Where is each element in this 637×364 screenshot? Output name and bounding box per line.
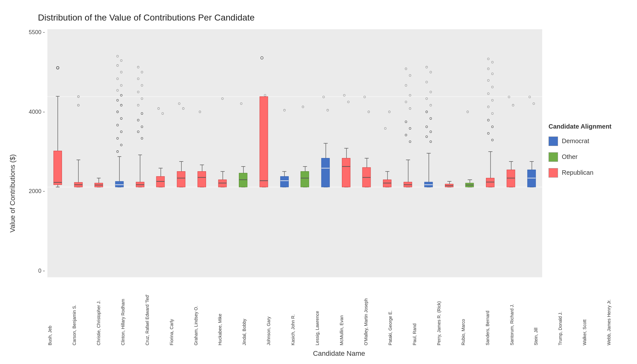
y-axis-label: Value of Contributions ($) <box>6 29 19 358</box>
svg-point-56 <box>141 137 143 139</box>
svg-point-63 <box>162 112 164 114</box>
svg-point-212 <box>533 103 535 105</box>
legend-item-republican: Republican <box>549 168 624 178</box>
svg-point-39 <box>117 151 118 153</box>
x-axis-label: Candidate Name <box>22 349 631 358</box>
x-label-item: Jindal, Bobby <box>242 277 266 347</box>
svg-point-76 <box>199 111 201 113</box>
svg-point-55 <box>137 131 139 133</box>
svg-point-102 <box>283 109 285 111</box>
svg-point-94 <box>261 57 263 59</box>
x-label-item: Clinton, Hillary Rodham <box>120 277 145 347</box>
svg-point-52 <box>141 112 143 114</box>
svg-point-36 <box>120 131 122 133</box>
svg-point-62 <box>158 107 160 109</box>
svg-point-121 <box>343 94 345 96</box>
svg-rect-112 <box>301 172 309 187</box>
x-label-item: Pataki, George E. <box>388 277 412 347</box>
legend-box-republican <box>549 168 558 178</box>
svg-point-27 <box>117 78 118 80</box>
svg-point-30 <box>120 94 122 96</box>
svg-point-32 <box>120 104 122 106</box>
legend-title: Candidate Alignment <box>549 123 624 130</box>
svg-point-195 <box>488 119 489 121</box>
boxplot-svg <box>47 29 542 277</box>
x-label-item: Webb, James Henry Jr. <box>606 277 631 347</box>
x-label-item: Paul, Rand <box>412 277 436 347</box>
y-tick-2000: 2000 - <box>29 188 45 195</box>
chart-title: Distribution of the Value of Contributio… <box>38 13 631 23</box>
svg-point-50 <box>141 98 143 100</box>
svg-point-69 <box>178 103 180 105</box>
svg-point-114 <box>323 96 325 98</box>
svg-point-129 <box>368 111 370 113</box>
svg-point-34 <box>120 118 122 119</box>
svg-point-48 <box>141 84 143 86</box>
x-labels-area: Bush, JebCarson, Benjamin S.Christie, Ch… <box>22 277 631 347</box>
svg-rect-202 <box>486 178 494 187</box>
y-axis: 5500 - 4000 - 2000 - 0 - <box>22 29 47 277</box>
svg-point-187 <box>488 68 489 70</box>
svg-point-115 <box>327 109 329 111</box>
svg-rect-126 <box>342 158 350 187</box>
svg-point-35 <box>117 124 118 126</box>
y-tick-4000: 4000 - <box>29 109 45 115</box>
y-tick-0: 0 - <box>38 268 45 274</box>
svg-point-164 <box>430 118 432 119</box>
svg-point-159 <box>426 81 428 83</box>
svg-rect-9 <box>54 151 62 185</box>
svg-point-205 <box>512 104 514 106</box>
svg-point-166 <box>430 131 432 133</box>
svg-point-128 <box>364 96 366 98</box>
x-label-item: O'Malley, Martin Joseph <box>363 277 388 347</box>
x-label-item: Walker, Scott <box>582 277 606 347</box>
svg-point-31 <box>117 99 118 101</box>
svg-point-136 <box>388 111 390 113</box>
svg-rect-80 <box>198 172 206 187</box>
svg-point-28 <box>120 84 122 86</box>
svg-point-51 <box>137 104 139 106</box>
svg-point-150 <box>405 134 407 136</box>
svg-point-53 <box>137 119 139 121</box>
svg-point-149 <box>409 127 411 129</box>
svg-point-157 <box>426 66 428 68</box>
legend-label-other: Other <box>562 153 578 161</box>
svg-point-108 <box>302 106 304 108</box>
x-label-item: Bush, Jeb <box>47 277 72 347</box>
svg-point-70 <box>182 107 184 109</box>
svg-point-160 <box>430 91 432 93</box>
svg-point-5 <box>57 66 59 69</box>
y-tick-5500: 5500 - <box>29 29 45 36</box>
svg-point-23 <box>117 55 118 57</box>
svg-point-145 <box>409 94 411 96</box>
svg-point-204 <box>508 96 510 98</box>
svg-point-24 <box>120 59 122 61</box>
legend-box-other <box>549 152 558 162</box>
svg-point-192 <box>491 99 493 101</box>
svg-point-191 <box>488 93 489 94</box>
legend-box-democrat <box>549 136 558 146</box>
x-label-item: Cruz, Rafael Edward 'Ted' <box>145 277 169 347</box>
plot-area <box>47 29 542 277</box>
svg-point-147 <box>409 107 411 109</box>
svg-point-185 <box>488 58 489 60</box>
svg-point-142 <box>405 68 407 70</box>
svg-point-198 <box>491 139 493 141</box>
svg-point-46 <box>141 71 143 73</box>
svg-point-188 <box>491 73 493 75</box>
x-label-item: Sanders, Bernard <box>485 277 509 347</box>
x-label-item: Trump, Donald J. <box>558 277 582 347</box>
svg-point-143 <box>409 75 411 76</box>
svg-point-158 <box>430 71 432 73</box>
x-label-item: Rubio, Marco <box>461 277 485 347</box>
svg-point-122 <box>348 101 349 103</box>
svg-point-146 <box>405 101 407 103</box>
svg-point-144 <box>405 84 407 86</box>
x-label-item: Graham, Lindsey O. <box>193 277 218 347</box>
svg-point-135 <box>384 127 386 129</box>
plot-area-wrapper: 5500 - 4000 - 2000 - 0 - <box>22 29 631 277</box>
svg-rect-100 <box>260 97 268 187</box>
svg-point-12 <box>77 104 79 106</box>
svg-point-186 <box>491 61 493 63</box>
x-label-item: Kasich, John R. <box>290 277 315 347</box>
